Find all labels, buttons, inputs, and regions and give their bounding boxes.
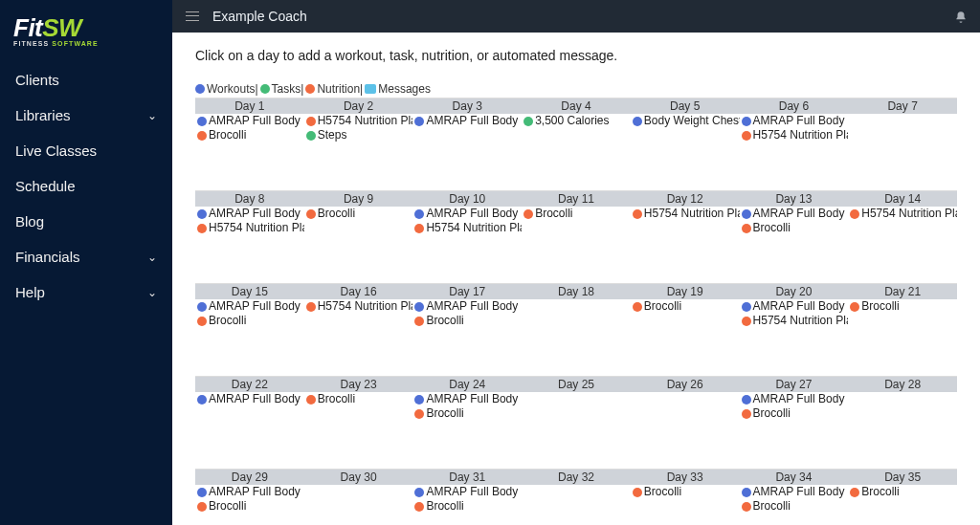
day-item[interactable]: AMRAP Full Body xyxy=(412,392,522,406)
calendar-day[interactable]: Day 34AMRAP Full BodyBrocolli xyxy=(740,469,849,525)
calendar-day[interactable]: Day 15AMRAP Full BodyBrocolli xyxy=(195,283,304,376)
calendar-day[interactable]: Day 16H5754 Nutrition Plan xyxy=(304,283,413,376)
day-item[interactable]: AMRAP Full Body xyxy=(740,299,849,314)
day-item[interactable]: Brocolli xyxy=(631,299,740,314)
day-item[interactable]: Brocolli xyxy=(412,406,522,421)
calendar-day[interactable]: Day 26 xyxy=(631,376,740,469)
day-item[interactable]: 3,500 Calories xyxy=(522,114,631,128)
calendar-day[interactable]: Day 5Body Weight Chest Da xyxy=(631,98,740,190)
day-item[interactable]: H5754 Nutrition Plan xyxy=(740,128,849,142)
calendar-day[interactable]: Day 11Brocolli xyxy=(522,190,631,283)
calendar-day[interactable]: Day 12H5754 Nutrition Plan xyxy=(631,190,740,283)
blue-dot-icon xyxy=(414,488,424,497)
day-header: Day 10 xyxy=(412,191,522,207)
day-item[interactable]: AMRAP Full Body xyxy=(740,485,849,499)
day-item[interactable]: Brocolli xyxy=(740,406,849,421)
day-item-label: Brocolli xyxy=(644,485,681,499)
day-item[interactable]: AMRAP Full Body xyxy=(412,114,522,128)
day-item[interactable]: AMRAP Full Body xyxy=(740,114,849,128)
calendar-day[interactable]: Day 7 xyxy=(848,98,957,190)
nav-blog[interactable]: Blog xyxy=(0,204,172,239)
calendar-day[interactable]: Day 21Brocolli xyxy=(848,283,957,376)
nav-financials[interactable]: Financials⌄ xyxy=(0,239,172,274)
blue-dot-icon xyxy=(742,395,751,405)
calendar-day[interactable]: Day 2H5754 Nutrition PlanSteps xyxy=(304,98,413,190)
calendar-day[interactable]: Day 9Brocolli xyxy=(304,190,413,283)
day-item[interactable]: AMRAP Full Body xyxy=(195,114,304,128)
legend-tasks: Tasks xyxy=(272,82,301,96)
calendar-day[interactable]: Day 19Brocolli xyxy=(631,283,740,376)
day-item[interactable]: Brocolli xyxy=(740,499,849,514)
calendar-day[interactable]: Day 30 xyxy=(304,469,413,525)
nav-liveclasses[interactable]: Live Classes xyxy=(0,133,172,168)
day-item[interactable]: Brocolli xyxy=(740,221,849,235)
calendar-day[interactable]: Day 18 xyxy=(522,283,631,376)
day-item[interactable]: AMRAP Full Body xyxy=(412,299,522,314)
day-item[interactable]: Brocolli xyxy=(412,314,522,328)
day-item[interactable]: AMRAP Full Body xyxy=(740,392,849,406)
calendar-day[interactable]: Day 35Brocolli xyxy=(848,469,957,525)
day-item[interactable]: Brocolli xyxy=(304,207,413,221)
day-item[interactable]: Brocolli xyxy=(848,299,957,314)
calendar-day[interactable]: Day 32 xyxy=(522,469,631,525)
legend-messages: Messages xyxy=(378,82,431,96)
day-header: Day 25 xyxy=(522,377,631,392)
day-item[interactable]: H5754 Nutrition Plan xyxy=(740,314,849,328)
day-item[interactable]: AMRAP Full Body xyxy=(740,207,849,221)
nav-schedule[interactable]: Schedule xyxy=(0,168,172,204)
day-item[interactable]: AMRAP Full Body xyxy=(195,299,304,314)
nav-financials-label: Financials xyxy=(15,249,80,265)
orange-dot-icon xyxy=(306,395,316,405)
day-item[interactable]: Brocolli xyxy=(195,499,304,514)
calendar-day[interactable]: Day 1AMRAP Full BodyBrocolli xyxy=(195,98,304,190)
calendar-day[interactable]: Day 43,500 Calories xyxy=(522,98,631,190)
day-item[interactable]: H5754 Nutrition Plan xyxy=(848,207,957,221)
calendar-day[interactable]: Day 20AMRAP Full BodyH5754 Nutrition Pla… xyxy=(740,283,849,376)
calendar-day[interactable]: Day 14H5754 Nutrition Plan xyxy=(848,190,957,283)
calendar-day[interactable]: Day 25 xyxy=(522,376,631,469)
day-item[interactable]: H5754 Nutrition Plan xyxy=(304,299,413,314)
calendar-day[interactable]: Day 33Brocolli xyxy=(631,469,740,525)
nav-clients[interactable]: Clients xyxy=(0,62,172,98)
day-item[interactable]: AMRAP Full Body xyxy=(412,485,522,499)
day-item[interactable]: AMRAP Full Body xyxy=(195,207,304,221)
day-item[interactable]: AMRAP Full Body xyxy=(412,207,522,221)
calendar-day[interactable]: Day 22AMRAP Full Body xyxy=(195,376,304,469)
logo[interactable]: FitSW FITNESS SOFTWARE xyxy=(0,8,172,62)
day-item[interactable]: AMRAP Full Body xyxy=(195,485,304,499)
nav-libraries[interactable]: Libraries⌄ xyxy=(0,98,172,133)
day-item[interactable]: Body Weight Chest Da xyxy=(631,114,740,128)
day-item[interactable]: Brocolli xyxy=(195,314,304,328)
menu-icon[interactable] xyxy=(186,11,199,21)
coach-name: Example Coach xyxy=(212,9,307,24)
calendar-day[interactable]: Day 28 xyxy=(848,376,957,469)
calendar-day[interactable]: Day 6AMRAP Full BodyH5754 Nutrition Plan xyxy=(740,98,849,190)
day-item[interactable]: Brocolli xyxy=(195,128,304,142)
calendar-day[interactable]: Day 24AMRAP Full BodyBrocolli xyxy=(412,376,522,469)
calendar-day[interactable]: Day 23Brocolli xyxy=(304,376,413,469)
calendar-day[interactable]: Day 27AMRAP Full BodyBrocolli xyxy=(740,376,849,469)
day-item[interactable]: Brocolli xyxy=(522,207,631,221)
calendar-day[interactable]: Day 31AMRAP Full BodyBrocolli xyxy=(412,469,522,525)
calendar-grid: Day 1AMRAP Full BodyBrocolliDay 2H5754 N… xyxy=(195,98,957,525)
calendar-day[interactable]: Day 17AMRAP Full BodyBrocolli xyxy=(412,283,522,376)
nav-help[interactable]: Help⌄ xyxy=(0,274,172,310)
calendar-day[interactable]: Day 13AMRAP Full BodyBrocolli xyxy=(740,190,849,283)
orange-dot-icon xyxy=(742,224,751,233)
day-item[interactable]: Brocolli xyxy=(848,485,957,499)
day-item[interactable]: Brocolli xyxy=(631,485,740,499)
day-item[interactable]: H5754 Nutrition Plan xyxy=(304,114,413,128)
bell-icon[interactable] xyxy=(954,11,967,23)
calendar-day[interactable]: Day 10AMRAP Full BodyH5754 Nutrition Pla… xyxy=(412,190,522,283)
day-item[interactable]: H5754 Nutrition Plan xyxy=(631,207,740,221)
day-item[interactable]: H5754 Nutrition Plan xyxy=(412,221,522,235)
calendar-day[interactable]: Day 3AMRAP Full Body xyxy=(412,98,522,190)
calendar-day[interactable]: Day 29AMRAP Full BodyBrocolli xyxy=(195,469,304,525)
day-item[interactable]: Brocolli xyxy=(412,499,522,514)
day-item[interactable]: Brocolli xyxy=(304,392,413,406)
calendar-day[interactable]: Day 8AMRAP Full BodyH5754 Nutrition Plan xyxy=(195,190,304,283)
day-item[interactable]: AMRAP Full Body xyxy=(195,392,304,406)
nutrition-dot-icon xyxy=(305,84,315,94)
day-item[interactable]: H5754 Nutrition Plan xyxy=(195,221,304,235)
day-item[interactable]: Steps xyxy=(304,128,413,142)
